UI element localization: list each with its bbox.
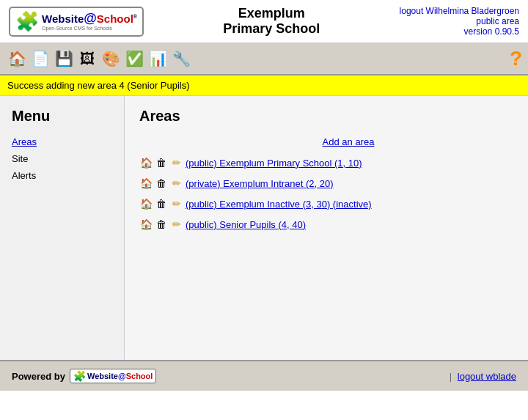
page-footer: Powered by 🧩 Website@School | logout wbl… bbox=[0, 360, 528, 391]
area-row: (private) Exemplum Intranet (2, 20) bbox=[139, 175, 513, 191]
user-info: logout Wilhelmina Bladergroen public are… bbox=[400, 6, 519, 37]
chart-icon[interactable]: 📊 bbox=[147, 48, 169, 70]
area-edit-icon-1[interactable] bbox=[170, 156, 183, 169]
area-link-2[interactable]: (private) Exemplum Intranet (2, 20) bbox=[186, 178, 334, 189]
main-title: Areas bbox=[139, 108, 513, 125]
area-link-4[interactable]: (public) Senior Pupils (4, 40) bbox=[186, 219, 306, 230]
content-area: Menu Areas Site Alerts Areas Add an area… bbox=[0, 96, 528, 360]
footer-puzzle-icon: 🧩 bbox=[73, 370, 86, 382]
footer-logout-link[interactable]: logout wblade bbox=[458, 371, 516, 382]
area-row: (public) Exemplum Inactive (3, 30) (inac… bbox=[139, 196, 513, 212]
home-icon[interactable]: 🏠 bbox=[6, 48, 28, 70]
main-content: Areas Add an area (public) Exemplum Prim… bbox=[125, 96, 528, 360]
area-delete-icon-4[interactable] bbox=[155, 218, 168, 231]
footer-logo: 🧩 Website@School bbox=[70, 369, 156, 383]
site-title: Exemplum Primary School bbox=[144, 6, 400, 37]
area-home-icon-3 bbox=[139, 197, 153, 210]
theme-icon[interactable]: 🎨 bbox=[100, 48, 122, 70]
area-home-icon-1 bbox=[139, 156, 153, 169]
add-area-link[interactable]: Add an area bbox=[183, 136, 513, 147]
area-row: (public) Exemplum Primary School (1, 10) bbox=[139, 155, 513, 171]
footer-logout: | logout wblade bbox=[450, 371, 516, 382]
area-link-3[interactable]: (public) Exemplum Inactive (3, 30) (inac… bbox=[186, 199, 372, 210]
logo-area: 🧩 Website@School® Open-Source CMS for Sc… bbox=[9, 7, 144, 37]
area-edit-icon-2[interactable] bbox=[170, 177, 183, 190]
sidebar: Menu Areas Site Alerts bbox=[0, 96, 125, 360]
powered-by: Powered by 🧩 Website@School bbox=[12, 369, 156, 383]
sidebar-item-site[interactable]: Site bbox=[12, 153, 112, 164]
logout-link[interactable]: logout Wilhelmina Bladergroen bbox=[400, 6, 519, 16]
area-delete-icon-2[interactable] bbox=[155, 177, 168, 190]
area-home-icon-2 bbox=[139, 177, 153, 190]
tools-icon[interactable]: 🔧 bbox=[170, 48, 192, 70]
success-bar: Success adding new area 4 (Senior Pupils… bbox=[0, 75, 528, 96]
help-icon[interactable]: ? bbox=[510, 47, 522, 70]
sidebar-item-areas[interactable]: Areas bbox=[12, 136, 112, 147]
area-delete-icon-1[interactable] bbox=[155, 156, 168, 169]
image-icon[interactable]: 🖼 bbox=[76, 48, 98, 70]
toolbar: 🏠 📄 💾 🖼 🎨 ✅ 📊 🔧 ? bbox=[0, 43, 528, 75]
area-link-1[interactable]: (public) Exemplum Primary School (1, 10) bbox=[186, 158, 362, 169]
site-logo[interactable]: 🧩 Website@School® Open-Source CMS for Sc… bbox=[9, 7, 144, 37]
sidebar-item-alerts[interactable]: Alerts bbox=[12, 170, 112, 181]
area-edit-icon-4[interactable] bbox=[170, 218, 183, 231]
sidebar-title: Menu bbox=[12, 108, 112, 125]
area-home-icon-4 bbox=[139, 218, 153, 231]
puzzle-icon: 🧩 bbox=[15, 10, 39, 33]
check-icon[interactable]: ✅ bbox=[123, 48, 145, 70]
area-delete-icon-3[interactable] bbox=[155, 197, 168, 210]
save-icon[interactable]: 💾 bbox=[53, 48, 75, 70]
page-header: 🧩 Website@School® Open-Source CMS for Sc… bbox=[0, 0, 528, 43]
area-edit-icon-3[interactable] bbox=[170, 197, 183, 210]
page-icon[interactable]: 📄 bbox=[29, 48, 51, 70]
area-row: (public) Senior Pupils (4, 40) bbox=[139, 216, 513, 232]
